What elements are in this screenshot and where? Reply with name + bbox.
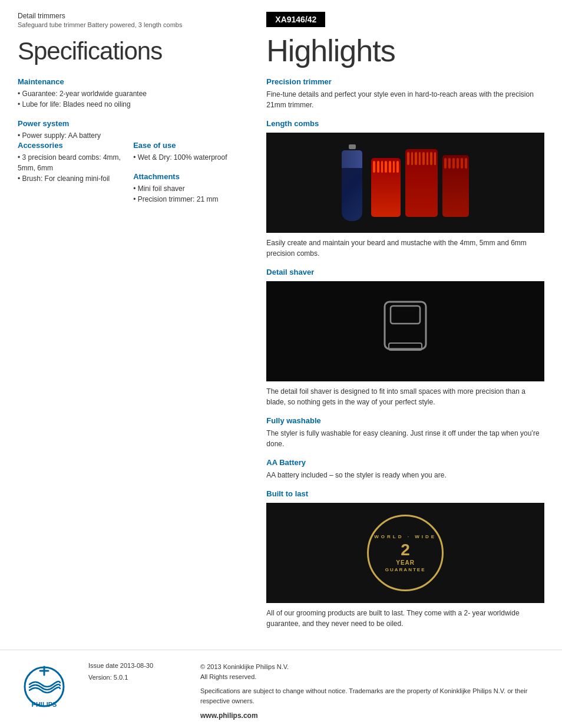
- copyright-text: © 2013 Koninklijke Philips N.V.: [200, 663, 289, 670]
- highlight-text-washable: The styler is fully washable for easy cl…: [266, 428, 544, 449]
- philips-logo: PHILIPS: [18, 662, 71, 711]
- highlight-text-built: All of our grooming products are built t…: [266, 608, 544, 629]
- highlight-title-combs: Length combs: [266, 119, 544, 128]
- highlight-text-precision: Fine-tune details and perfect your style…: [266, 89, 544, 110]
- spec-item: 3 precision beard combs: 4mm, 5mm, 6mm: [18, 152, 121, 173]
- version-text: Version: 5.0.1: [88, 674, 128, 681]
- highlight-detail-shaver: Detail shaver The detail foil shaver is …: [266, 268, 544, 407]
- spec-item: Mini foil shaver: [133, 183, 237, 194]
- highlight-title-shaver: Detail shaver: [266, 268, 544, 276]
- svg-rect-1: [391, 306, 420, 324]
- category-label: Detail trimmers: [18, 12, 237, 20]
- guarantee-years: 2: [401, 541, 410, 559]
- spec-item: Guarantee: 2-year worldwide guarantee: [18, 88, 237, 99]
- spec-item: Precision trimmer: 21 mm: [133, 194, 237, 205]
- shaver-image: [266, 281, 544, 381]
- spec-section-title-ease: Ease of use: [133, 141, 237, 150]
- guarantee-bottom-text: GUARANTEE: [385, 567, 426, 572]
- spec-section-title-attachments: Attachments: [133, 172, 237, 181]
- guarantee-badge: WORLD · WIDE 2 YEAR GUARANTEE: [367, 515, 444, 591]
- svg-text:PHILIPS: PHILIPS: [32, 701, 57, 708]
- issue-date: Issue date 2013-08-30: [88, 662, 183, 669]
- specifications-column: Detail trimmers Safeguard tube trimmer B…: [18, 12, 254, 638]
- spec-section-attachments: Attachments Mini foil shaver Precision t…: [133, 172, 237, 205]
- highlight-text-shaver: The detail foil shaver is designed to fi…: [266, 386, 544, 407]
- highlight-aa-battery: AA Battery AA battery included – so the …: [266, 458, 544, 480]
- highlight-built-to-last: Built to last WORLD · WIDE 2 YEAR GUARAN…: [266, 489, 544, 629]
- footer-website: www.philips.com: [200, 710, 544, 721]
- spec-section-accessories: Accessories 3 precision beard combs: 4mm…: [18, 141, 121, 184]
- combs-image: [266, 133, 544, 233]
- highlights-title: Highlights: [266, 33, 544, 68]
- page: Detail trimmers Safeguard tube trimmer B…: [0, 0, 562, 728]
- highlight-title-built: Built to last: [266, 489, 544, 498]
- philips-logo-svg: PHILIPS: [18, 662, 71, 709]
- spec-section-power: Power system Power supply: AA battery: [18, 119, 237, 141]
- highlight-title-battery: AA Battery: [266, 458, 544, 467]
- highlight-precision-trimmer: Precision trimmer Fine-tune details and …: [266, 77, 544, 110]
- highlights-column: XA9146/42 Highlights Precision trimmer F…: [254, 12, 544, 638]
- footer-meta: Issue date 2013-08-30 Version: 5.0.1: [88, 662, 183, 686]
- footer: PHILIPS Issue date 2013-08-30 Version: 5…: [0, 650, 562, 728]
- spec-section-title-power: Power system: [18, 119, 237, 128]
- product-subtitle: Safeguard tube trimmer Battery powered, …: [18, 21, 237, 28]
- footer-copyright: © 2013 Koninklijke Philips N.V. All Righ…: [200, 662, 544, 681]
- spec-section-title-accessories: Accessories: [18, 141, 121, 150]
- spec-section-ease: Ease of use Wet & Dry: 100% waterproof: [133, 141, 237, 163]
- highlight-fully-washable: Fully washable The styler is fully washa…: [266, 416, 544, 449]
- footer-legal: © 2013 Koninklijke Philips N.V. All Righ…: [200, 662, 544, 721]
- highlight-title-precision: Precision trimmer: [266, 77, 544, 86]
- highlight-length-combs: Length combs: [266, 119, 544, 259]
- guarantee-year-label: YEAR: [396, 559, 415, 566]
- issue-date-label: Issue date 2013-08-30: [88, 662, 153, 669]
- shaver-svg-icon: [376, 299, 435, 364]
- rights-text: All Rights reserved.: [200, 673, 256, 680]
- highlight-text-battery: AA battery included – so the styler is r…: [266, 470, 544, 480]
- spec-section-maintenance: Maintenance Guarantee: 2-year worldwide …: [18, 77, 237, 110]
- model-badge: XA9146/42: [266, 12, 325, 27]
- spec-item: Power supply: AA battery: [18, 130, 237, 141]
- spec-item: Wet & Dry: 100% waterproof: [133, 152, 237, 163]
- guarantee-top-text: WORLD · WIDE: [374, 534, 437, 539]
- spec-section-title-maintenance: Maintenance: [18, 77, 237, 86]
- highlight-text-combs: Easily create and maintain your beard an…: [266, 238, 544, 259]
- specifications-title: Specifications: [18, 37, 237, 65]
- highlight-title-washable: Fully washable: [266, 416, 544, 425]
- footer-disclaimer: Specifications are subject to change wit…: [200, 686, 544, 706]
- spec-item: Lube for life: Blades need no oiling: [18, 99, 237, 110]
- version-label: Version: 5.0.1: [88, 674, 183, 681]
- spec-item: Brush: For cleaning mini-foil: [18, 173, 121, 184]
- main-content: Detail trimmers Safeguard tube trimmer B…: [0, 0, 562, 650]
- guarantee-image: WORLD · WIDE 2 YEAR GUARANTEE: [266, 503, 544, 603]
